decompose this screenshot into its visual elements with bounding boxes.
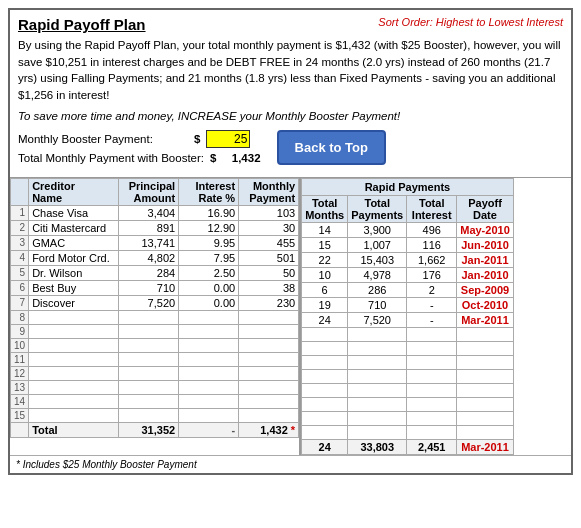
monthly-payment [239,380,299,394]
payoff-date: Jan-2010 [457,267,514,282]
row-number: 12 [11,366,29,380]
principal-amount: 891 [119,220,179,235]
total-payments [348,327,407,341]
principal-amount [119,394,179,408]
right-total-payments: 33,803 [348,439,407,454]
total-interest [407,369,457,383]
principal-amount [119,352,179,366]
right-table-row: 6 286 2 Sep-2009 [302,282,514,297]
interest-rate [179,408,239,422]
left-table-row: 2 Citi Mastercard 891 12.90 30 [11,220,299,235]
right-table-row: 19 710 - Oct-2010 [302,297,514,312]
monthly-payment [239,338,299,352]
payoff-date [457,369,514,383]
creditor-name [29,366,119,380]
monthly-payment: 230 [239,295,299,310]
payoff-date [457,397,514,411]
total-interest [407,411,457,425]
footnote: * Includes $25 Monthly Booster Payment [10,455,571,473]
interest-rate [179,338,239,352]
total-months: 19 [302,297,348,312]
monthly-payment: 103 [239,205,299,220]
months-header: TotalMonths [302,195,348,222]
total-payments [348,341,407,355]
right-table-row [302,411,514,425]
tables-container: CreditorName PrincipalAmount InterestRat… [10,177,571,455]
interest-rate [179,380,239,394]
interest-rate: 2.50 [179,265,239,280]
row-number: 1 [11,205,29,220]
total-payments: 15,403 [348,252,407,267]
row-number: 6 [11,280,29,295]
monthly-payment: 50 [239,265,299,280]
principal-amount: 7,520 [119,295,179,310]
left-table-row: 15 [11,408,299,422]
payoff-date [457,411,514,425]
left-table-row: 1 Chase Visa 3,404 16.90 103 [11,205,299,220]
rapid-payments-header: Rapid Payments [302,178,514,195]
description: By using the Rapid Payoff Plan, your tot… [18,37,563,104]
interest-rate: 7.95 [179,250,239,265]
row-num-header [11,178,29,205]
total-payments [348,355,407,369]
row-number: 10 [11,338,29,352]
right-data-table: Rapid Payments TotalMonths TotalPayments… [301,178,514,455]
total-months [302,411,348,425]
principal-amount: 4,802 [119,250,179,265]
creditor-name [29,324,119,338]
principal-amount: 710 [119,280,179,295]
payments-header: TotalPayments [348,195,407,222]
right-table-row: 15 1,007 116 Jun-2010 [302,237,514,252]
back-to-top-button[interactable]: Back to Top [277,130,386,165]
right-table-row [302,327,514,341]
total-months: 15 [302,237,348,252]
total-interest [407,327,457,341]
interest-rate: 16.90 [179,205,239,220]
principal-amount [119,380,179,394]
total-rate: - [179,422,239,437]
booster-section: Monthly Booster Payment: $ 25 Total Mont… [18,130,261,165]
sort-order: Sort Order: Highest to Lowest Interest [378,16,563,28]
total-months: 22 [302,252,348,267]
interest-rate: 0.00 [179,295,239,310]
italic-prompt: To save more time and money, INCREASE yo… [18,110,563,122]
total-months [302,369,348,383]
booster-input[interactable]: 25 [206,130,250,148]
total-line: Total Monthly Payment with Booster: $ 1,… [18,151,261,165]
total-interest: - [407,312,457,327]
left-table-row: 6 Best Buy 710 0.00 38 [11,280,299,295]
total-payments: 1,007 [348,237,407,252]
booster-line: Monthly Booster Payment: $ 25 [18,130,261,148]
monthly-payment [239,394,299,408]
booster-dollar: $ [194,133,200,145]
total-months [302,425,348,439]
right-table-row [302,425,514,439]
monthly-payment-header: MonthlyPayment [239,178,299,205]
left-data-table: CreditorName PrincipalAmount InterestRat… [10,178,299,438]
total-interest: 116 [407,237,457,252]
left-table-row: 8 [11,310,299,324]
payoff-date: Mar-2011 [457,312,514,327]
left-table-row: 10 [11,338,299,352]
page-title: Rapid Payoff Plan [18,16,146,33]
controls-row: Monthly Booster Payment: $ 25 Total Mont… [18,130,563,165]
row-number: 14 [11,394,29,408]
creditor-name: Citi Mastercard [29,220,119,235]
total-monthly: 1,432 * [239,422,299,437]
header-section: Rapid Payoff Plan Sort Order: Highest to… [10,10,571,177]
payoff-date [457,425,514,439]
left-table-row: 11 [11,352,299,366]
left-table: CreditorName PrincipalAmount InterestRat… [10,178,299,455]
total-interest: - [407,297,457,312]
interest-rate: 12.90 [179,220,239,235]
principal-amount [119,366,179,380]
right-table-row: 14 3,900 496 May-2010 [302,222,514,237]
row-number: 5 [11,265,29,280]
monthly-payment [239,324,299,338]
row-number: 8 [11,310,29,324]
total-payments [348,425,407,439]
creditor-header: CreditorName [29,178,119,205]
payoff-date: Sep-2009 [457,282,514,297]
left-table-row: 4 Ford Motor Crd. 4,802 7.95 501 [11,250,299,265]
left-table-row: 9 [11,324,299,338]
